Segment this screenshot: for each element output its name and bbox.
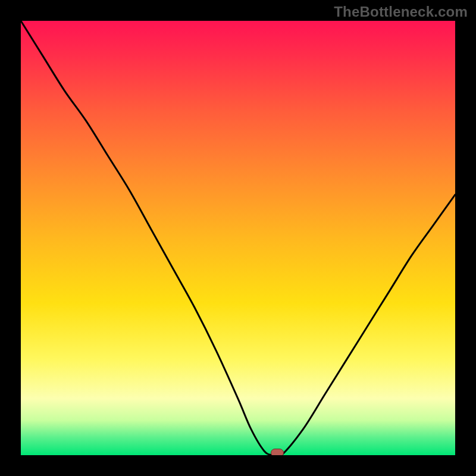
watermark-text: TheBottleneck.com (334, 4, 468, 20)
bottleneck-curve (21, 21, 455, 455)
curve-svg (21, 21, 455, 455)
chart-frame: TheBottleneck.com (0, 0, 476, 476)
plot-area (21, 21, 455, 455)
optimal-marker (271, 449, 284, 455)
